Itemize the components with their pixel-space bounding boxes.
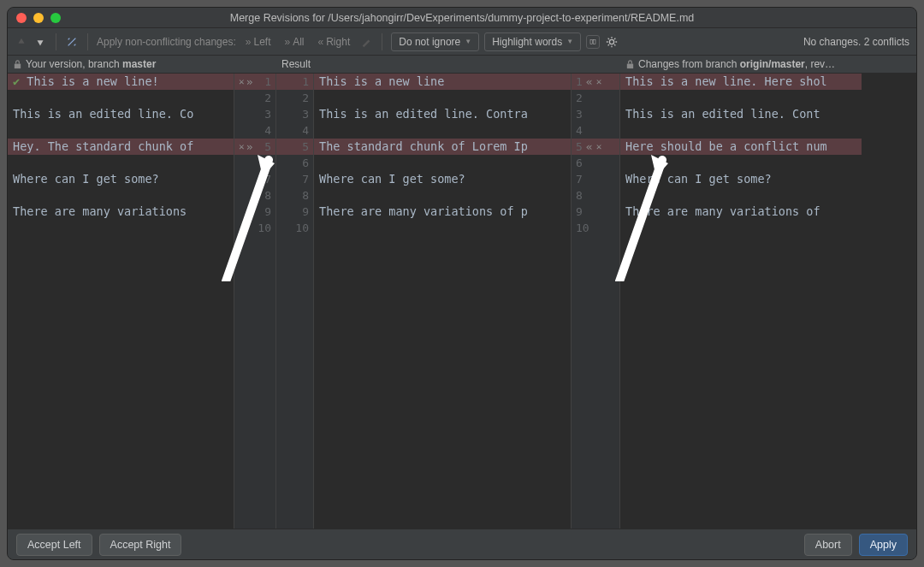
code-line: The standard chunk of Lorem Ip: [314, 139, 571, 155]
code-line: [314, 187, 571, 204]
code-line: [620, 90, 862, 106]
gutter-line: 8: [276, 187, 313, 204]
gutter-line: 10: [234, 220, 275, 236]
code-line: Where can I get some?: [620, 171, 862, 187]
abort-button[interactable]: Abort: [804, 534, 852, 556]
next-diff-icon[interactable]: [33, 35, 47, 49]
code-line: Here should be a conflict num: [620, 139, 862, 155]
apply-right-button[interactable]: «Right: [314, 34, 355, 50]
accept-left-icon[interactable]: «: [586, 139, 593, 155]
reject-icon[interactable]: ✕: [239, 139, 245, 155]
gutter-line: 9: [234, 204, 275, 220]
toolbar: Apply non-conflicting changes: »Left »Al…: [8, 28, 916, 56]
code-line: This is a new line: [314, 74, 571, 90]
left-gutter[interactable]: ✕»1234✕»5678910: [234, 74, 276, 529]
code-line: [314, 155, 571, 171]
accept-right-button[interactable]: Accept Right: [99, 534, 182, 556]
gutter-line: 4: [234, 122, 275, 139]
accept-right-icon[interactable]: »: [246, 74, 253, 90]
apply-left-button[interactable]: »Left: [241, 34, 275, 50]
left-pane[interactable]: ✔ This is a new line!This is an edited l…: [8, 74, 234, 529]
gutter-line: 6: [234, 155, 275, 171]
code-line: This is an edited line. Contra: [314, 106, 571, 122]
gutter-line: 3: [234, 106, 275, 122]
code-line: [8, 90, 234, 106]
merge-area: ✔ This is a new line!This is an edited l…: [8, 74, 916, 529]
code-line: [314, 220, 571, 236]
gutter-line: 9: [276, 204, 313, 220]
gutter-line: 4: [276, 122, 313, 139]
code-line: There are many variations of p: [314, 204, 571, 220]
accept-left-icon[interactable]: «: [586, 74, 593, 90]
prev-diff-icon[interactable]: [15, 35, 28, 49]
code-line: Where can I get some?: [314, 171, 571, 187]
code-line: [620, 187, 862, 204]
gutter-line: 4: [572, 122, 619, 139]
code-line: [620, 220, 862, 236]
reject-icon[interactable]: ✕: [239, 74, 245, 90]
titlebar: Merge Revisions for /Users/jahongirr/Dev…: [8, 8, 916, 28]
highlight-mode-dropdown[interactable]: Highlight words▼: [484, 32, 581, 51]
lock-icon: [13, 60, 22, 69]
svg-rect-0: [590, 39, 593, 44]
lock-icon: [625, 60, 635, 69]
gutter-line[interactable]: ✕»5: [234, 139, 275, 155]
sync-scroll-icon[interactable]: [586, 35, 600, 49]
code-line: [620, 155, 862, 171]
magic-resolve-icon[interactable]: [65, 35, 79, 49]
center-gutter: 12345678910: [276, 74, 314, 529]
ignore-whitespace-dropdown[interactable]: Do not ignore▼: [391, 32, 479, 51]
gutter-line: 7: [572, 171, 619, 187]
center-panel-title: Result: [276, 56, 620, 73]
gutter-line: 5: [276, 139, 313, 155]
accept-left-button[interactable]: Accept Left: [16, 534, 92, 556]
code-line: [8, 220, 234, 236]
footer: Accept Left Accept Right Abort Apply: [8, 529, 916, 559]
code-line: [8, 187, 234, 204]
reject-icon[interactable]: ✕: [596, 74, 602, 90]
svg-rect-1: [594, 39, 596, 44]
apply-all-button[interactable]: »All: [280, 34, 308, 50]
left-panel-title: Your version, branch master: [26, 58, 156, 70]
gutter-line: 6: [572, 155, 619, 171]
code-line: There are many variations of: [620, 204, 862, 220]
window-title: Merge Revisions for /Users/jahongirr/Dev…: [8, 12, 916, 24]
panel-headers: Your version, branch master Result Chang…: [8, 56, 916, 74]
gutter-line: 6: [276, 155, 313, 171]
gutter-line: 2: [234, 90, 275, 106]
magic-wand-icon[interactable]: [359, 35, 373, 49]
code-line: This is an edited line. Co: [8, 106, 234, 122]
gutter-line[interactable]: 5«✕: [572, 139, 619, 155]
code-line: [8, 155, 234, 171]
gutter-line: 2: [276, 90, 313, 106]
reject-icon[interactable]: ✕: [596, 139, 602, 155]
gutter-line: 10: [276, 220, 313, 236]
gutter-line[interactable]: 1«✕: [572, 74, 619, 90]
svg-rect-3: [15, 63, 21, 68]
gutter-line: 10: [572, 220, 619, 236]
gutter-line[interactable]: ✕»1: [234, 74, 275, 90]
accept-right-icon[interactable]: »: [246, 139, 253, 155]
gutter-line: 8: [572, 187, 619, 204]
gutter-line: 2: [572, 90, 619, 106]
gutter-line: 3: [572, 106, 619, 122]
gutter-line: 8: [234, 187, 275, 204]
code-line: [314, 90, 571, 106]
right-pane[interactable]: This is a new line. Here sholThis is an …: [620, 74, 862, 529]
gear-icon[interactable]: [605, 35, 619, 49]
code-line: ✔ This is a new line!: [8, 74, 234, 90]
gutter-line: 9: [572, 204, 619, 220]
code-line: Where can I get some?: [8, 171, 234, 187]
conflict-status: No changes. 2 conflicts: [803, 36, 909, 48]
gutter-line: 7: [234, 171, 275, 187]
right-gutter[interactable]: 1«✕2345«✕678910: [571, 74, 620, 529]
center-pane[interactable]: This is a new lineThis is an edited line…: [314, 74, 571, 529]
apply-button[interactable]: Apply: [859, 534, 908, 556]
gutter-line: 1: [276, 74, 313, 90]
right-panel-title: Changes from branch origin/master, rev…: [638, 58, 835, 70]
gutter-line: 3: [276, 106, 313, 122]
apply-nonconflict-label: Apply non-conflicting changes:: [97, 36, 236, 48]
code-line: Hey. The standard chunk of: [8, 139, 234, 155]
accepted-icon: ✔: [13, 74, 20, 88]
code-line: [620, 122, 862, 139]
